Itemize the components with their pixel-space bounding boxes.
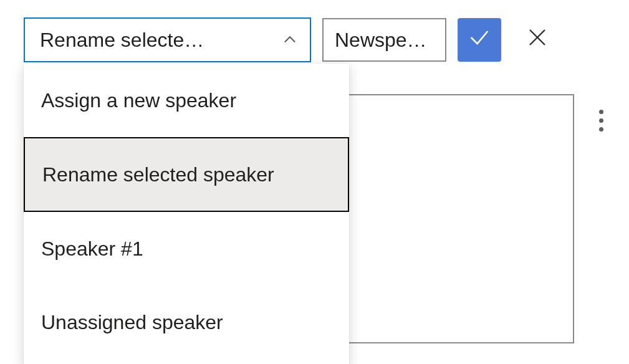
dropdown-item-label: Assign a new speaker: [41, 89, 236, 112]
dropdown-item-assign-new[interactable]: Assign a new speaker: [24, 64, 349, 137]
dropdown-item-label: Speaker #1: [41, 237, 143, 261]
chevron-up-icon: [281, 31, 299, 49]
speaker-toolbar: Rename selecte… Newspea…: [24, 17, 556, 62]
dropdown-item-speaker-1[interactable]: Speaker #1: [24, 212, 349, 285]
dropdown-item-label: Unassigned speaker: [41, 311, 223, 334]
check-icon: [467, 25, 492, 55]
dropdown-item-label: Rename selected speaker: [42, 163, 274, 186]
dot-icon: [599, 127, 603, 132]
speaker-action-select-label: Rename selecte…: [40, 29, 281, 52]
dot-icon: [599, 118, 603, 123]
speaker-name-input-value: Newspea…: [335, 29, 434, 52]
cancel-button[interactable]: [519, 21, 556, 59]
dropdown-item-rename-selected[interactable]: Rename selected speaker: [24, 137, 349, 212]
dropdown-item-unassigned[interactable]: Unassigned speaker: [24, 285, 349, 359]
dot-icon: [599, 110, 603, 114]
more-options-button[interactable]: [595, 106, 607, 135]
close-icon: [526, 26, 549, 54]
speaker-name-input[interactable]: Newspea…: [322, 18, 446, 62]
speaker-action-dropdown: Assign a new speaker Rename selected spe…: [24, 64, 349, 364]
speaker-action-select[interactable]: Rename selecte…: [24, 17, 311, 62]
confirm-button[interactable]: [458, 18, 501, 62]
